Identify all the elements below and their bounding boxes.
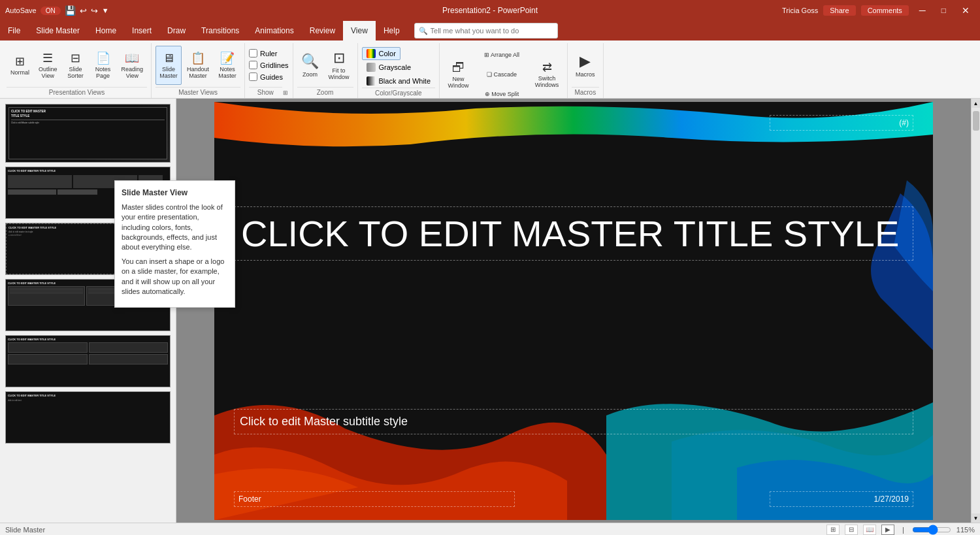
tab-view[interactable]: View bbox=[343, 21, 376, 41]
zoom-icon: 🔍 bbox=[301, 53, 319, 70]
slide-panel[interactable]: CLICK TO EDIT MASTER TITLE STYLE Click t… bbox=[0, 99, 176, 523]
scroll-track[interactable] bbox=[972, 108, 980, 513]
slide-footer-right[interactable]: 1/27/2019 bbox=[770, 491, 913, 507]
slide-sorter-view-btn[interactable]: ⊟ bbox=[845, 525, 858, 535]
status-bar-right: ⊞ ⊟ 📖 ▶ | 115% bbox=[826, 525, 975, 535]
slide-title-box[interactable]: CLICK TO EDIT MASTER TITLE STYLE bbox=[234, 206, 913, 261]
autosave-toggle[interactable]: ON bbox=[41, 7, 61, 15]
tab-slide-master[interactable]: Slide Master bbox=[28, 21, 88, 41]
tooltip-para-1: Master slides control the look of your e… bbox=[122, 203, 228, 253]
title-bar-left: AutoSave ON 💾 ↩ ↪ ▼ bbox=[5, 5, 109, 16]
restore-button[interactable]: □ bbox=[936, 5, 951, 16]
btn-cascade[interactable]: ❏ Cascade bbox=[476, 65, 528, 84]
share-button[interactable]: Share bbox=[823, 5, 855, 16]
right-scrollbar[interactable]: ▲ ▼ bbox=[971, 99, 980, 523]
slide-page-number[interactable]: (#) bbox=[770, 115, 913, 131]
search-box[interactable]: 🔍 bbox=[414, 23, 558, 39]
tab-help[interactable]: Help bbox=[376, 21, 408, 41]
gridlines-input[interactable] bbox=[249, 61, 257, 69]
bw-swatch bbox=[367, 76, 376, 86]
comments-button[interactable]: Comments bbox=[861, 5, 909, 16]
group-presentation-views: ⊞ Normal ☰ OutlineView ⊟ SlideSorter 📄 N… bbox=[3, 43, 152, 98]
ruler-input[interactable] bbox=[249, 49, 257, 57]
btn-handout-master[interactable]: 📋 HandoutMaster bbox=[183, 46, 213, 85]
fit-to-window-icon: ⊡ bbox=[333, 50, 345, 67]
slide-footer-left[interactable]: Footer bbox=[234, 491, 515, 507]
slide-thumb-1[interactable]: CLICK TO EDIT MASTER TITLE STYLE Click t… bbox=[5, 104, 171, 163]
save-icon[interactable]: 💾 bbox=[65, 5, 76, 16]
window-items: 🗗 NewWindow ⊞ Arrange All ❏ Cascade ⊕ Mo… bbox=[444, 43, 563, 103]
macros-label: Macros bbox=[572, 87, 599, 98]
color-grayscale-label: Color/Grayscale bbox=[362, 88, 435, 99]
btn-fit-to-window[interactable]: ⊡ Fit toWindow bbox=[325, 46, 353, 85]
tooltip-title: Slide Master View bbox=[122, 187, 228, 199]
minimize-button[interactable]: ─ bbox=[914, 4, 931, 17]
tab-file[interactable]: File bbox=[0, 21, 28, 41]
btn-slide-master[interactable]: 🖥 SlideMaster bbox=[155, 46, 182, 85]
slide-thumb-1-content: CLICK TO EDIT MASTER TITLE STYLE Click t… bbox=[6, 105, 170, 162]
btn-reading-view[interactable]: 📖 ReadingView bbox=[118, 46, 148, 85]
zoom-items: 🔍 Zoom ⊡ Fit toWindow bbox=[297, 43, 353, 87]
slide-thumb-6[interactable]: CLICK TO EDIT MASTER TITLE STYLE click t… bbox=[5, 391, 171, 444]
guides-input[interactable] bbox=[249, 73, 257, 81]
scroll-up-arrow[interactable]: ▲ bbox=[972, 99, 981, 108]
color-swatch bbox=[367, 49, 376, 58]
btn-slide-sorter[interactable]: ⊟ SlideSorter bbox=[63, 46, 89, 85]
zoom-slider[interactable] bbox=[912, 526, 951, 534]
btn-switch-windows[interactable]: ⇄ SwitchWindows bbox=[531, 58, 563, 91]
outline-icon: ☰ bbox=[42, 51, 53, 65]
show-items: Ruler Gridlines Guides bbox=[249, 43, 288, 87]
guides-checkbox[interactable]: Guides bbox=[249, 72, 283, 82]
ribbon-content: ⊞ Normal ☰ OutlineView ⊟ SlideSorter 📄 N… bbox=[0, 41, 980, 98]
btn-color[interactable]: Color bbox=[362, 47, 400, 60]
macros-icon: ▶ bbox=[580, 53, 591, 70]
reading-view-icon: 📖 bbox=[125, 51, 139, 65]
btn-arrange-all[interactable]: ⊞ Arrange All bbox=[476, 46, 528, 64]
tab-animations[interactable]: Animations bbox=[247, 21, 301, 41]
undo-icon[interactable]: ↩ bbox=[80, 6, 87, 16]
group-window: 🗗 NewWindow ⊞ Arrange All ❏ Cascade ⊕ Mo… bbox=[440, 43, 568, 98]
btn-notes-page[interactable]: 📄 NotesPage bbox=[90, 46, 116, 85]
title-bar-right: Tricia Goss Share Comments ─ □ ✕ bbox=[782, 4, 975, 17]
slide-area: (#) CLICK TO EDIT MASTER TITLE STYLE Cli… bbox=[176, 99, 971, 523]
show-dialog-launcher[interactable]: ⊞ bbox=[282, 89, 289, 97]
group-macros: ▶ Macros Macros bbox=[568, 43, 604, 98]
close-button[interactable]: ✕ bbox=[956, 4, 975, 17]
group-show: Ruler Gridlines Guides Show ⊞ bbox=[245, 43, 293, 98]
scroll-down-arrow[interactable]: ▼ bbox=[972, 513, 981, 523]
redo-icon[interactable]: ↪ bbox=[91, 6, 98, 16]
search-input[interactable] bbox=[431, 27, 535, 35]
tab-transitions[interactable]: Transitions bbox=[193, 21, 247, 41]
tab-review[interactable]: Review bbox=[302, 21, 343, 41]
btn-black-and-white[interactable]: Black and White bbox=[362, 74, 435, 88]
customize-qat-icon[interactable]: ▼ bbox=[102, 7, 109, 14]
slide-subtitle-box[interactable]: Click to edit Master subtitle style bbox=[234, 409, 913, 434]
btn-normal[interactable]: ⊞ Normal bbox=[7, 46, 33, 85]
main-slide[interactable]: (#) CLICK TO EDIT MASTER TITLE STYLE Cli… bbox=[214, 102, 933, 520]
btn-outline-view[interactable]: ☰ OutlineView bbox=[35, 46, 61, 85]
slide-sorter-icon: ⊟ bbox=[71, 51, 80, 65]
tab-draw[interactable]: Draw bbox=[159, 21, 193, 41]
tab-insert[interactable]: Insert bbox=[124, 21, 159, 41]
scroll-thumb[interactable] bbox=[973, 111, 979, 131]
reading-view-btn[interactable]: 📖 bbox=[863, 525, 876, 535]
btn-notes-master[interactable]: 📝 NotesMaster bbox=[214, 46, 240, 85]
slide-thumb-5[interactable]: CLICK TO EDIT MASTER TITLE STYLE bbox=[5, 335, 171, 387]
new-window-icon: 🗗 bbox=[452, 60, 465, 75]
gridlines-checkbox[interactable]: Gridlines bbox=[249, 60, 288, 70]
master-views-items: 🖥 SlideMaster 📋 HandoutMaster 📝 NotesMas… bbox=[155, 43, 240, 87]
btn-grayscale[interactable]: Grayscale bbox=[362, 61, 416, 74]
presentation-views-items: ⊞ Normal ☰ OutlineView ⊟ SlideSorter 📄 N… bbox=[7, 43, 147, 87]
presentation-views-label: Presentation Views bbox=[7, 87, 147, 98]
normal-view-btn[interactable]: ⊞ bbox=[826, 525, 840, 535]
autosave-label: AutoSave bbox=[5, 7, 37, 14]
show-label: Show bbox=[249, 87, 282, 98]
group-zoom: 🔍 Zoom ⊡ Fit toWindow Zoom bbox=[293, 43, 358, 98]
presentation-view-btn[interactable]: ▶ bbox=[881, 525, 894, 535]
btn-zoom[interactable]: 🔍 Zoom bbox=[297, 46, 323, 85]
ruler-checkbox[interactable]: Ruler bbox=[249, 48, 277, 58]
btn-new-window[interactable]: 🗗 NewWindow bbox=[444, 58, 473, 91]
slide-background-svg bbox=[214, 102, 933, 520]
tab-home[interactable]: Home bbox=[88, 21, 124, 41]
btn-macros[interactable]: ▶ Macros bbox=[572, 46, 599, 85]
